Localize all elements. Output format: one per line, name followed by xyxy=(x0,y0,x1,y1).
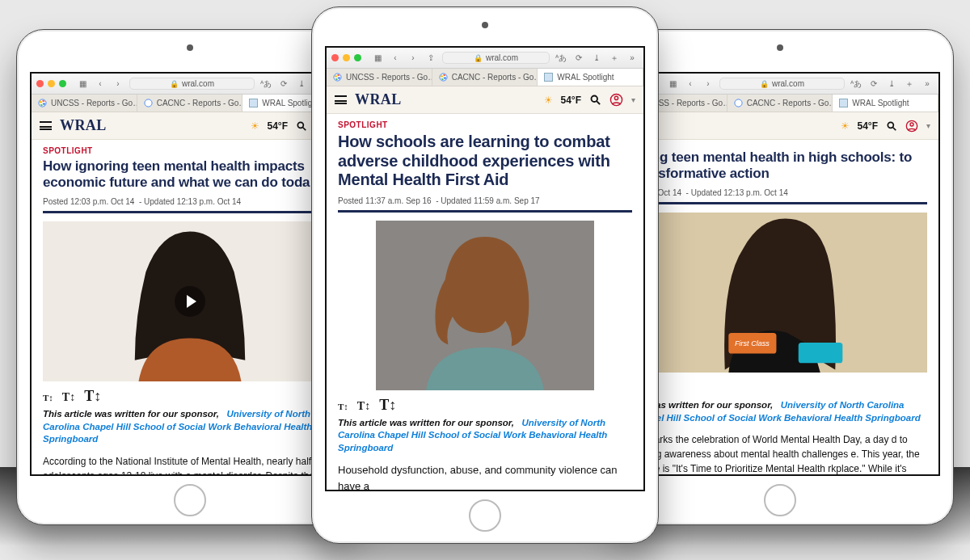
byline: 9 a.m. Oct 14 - Updated 12:13 p.m. Oct 1… xyxy=(633,188,927,197)
browser-toolbar: ▦ ‹ › 🔒 wral.com ᴬあ ⟳ ⤓ ＋ » xyxy=(32,74,348,95)
reload-icon[interactable]: ⟳ xyxy=(572,53,585,62)
new-tab-icon[interactable]: ＋ xyxy=(903,78,916,90)
minimize-icon[interactable] xyxy=(343,54,350,61)
camera-dot xyxy=(777,44,783,51)
download-icon[interactable]: ⤓ xyxy=(885,79,898,88)
forward-icon[interactable]: › xyxy=(112,79,124,88)
overflow-icon[interactable]: » xyxy=(921,79,934,88)
text-size-controls[interactable]: T↕ xyxy=(633,379,927,396)
text-size-large[interactable]: T↕ xyxy=(84,388,101,404)
sidebar-toggle-icon[interactable]: ▦ xyxy=(371,53,384,62)
hamburger-icon[interactable] xyxy=(335,95,347,104)
sun-icon: ☀ xyxy=(251,120,259,132)
address-bar[interactable]: 🔒 wral.com xyxy=(129,78,255,90)
chevron-down-icon[interactable]: ▾ xyxy=(926,121,930,130)
kicker: SPOTLIGHT xyxy=(338,120,632,129)
overflow-icon[interactable]: » xyxy=(626,53,639,62)
browser-tabs: UNCSS - Reports - Go… CACNC - Reports - … xyxy=(32,95,348,112)
browser-tab[interactable]: UNCSS - Reports - Go… xyxy=(327,69,432,86)
reload-icon[interactable]: ⟳ xyxy=(867,79,880,88)
svg-line-22 xyxy=(597,101,600,104)
hero-video[interactable] xyxy=(43,221,337,381)
browser-toolbar: ▦ ‹ › ⇪ 🔒 wral.com ᴬあ ⟳ ⤓ ＋ » xyxy=(327,48,643,69)
browser-tab[interactable]: UNCSS - Reports - Go… xyxy=(32,95,137,112)
temperature[interactable]: 54°F xyxy=(858,120,878,132)
tab-label: CACNC - Reports - Go… xyxy=(747,99,833,107)
lock-icon: 🔒 xyxy=(760,80,769,88)
close-icon[interactable] xyxy=(331,54,339,61)
back-icon[interactable]: ‹ xyxy=(389,53,402,62)
site-logo[interactable]: WRAL xyxy=(355,91,402,108)
sponsor-line: cle was written for our sponsor, Univers… xyxy=(633,399,927,424)
article-body: Household dysfunction, abuse, and commun… xyxy=(338,462,632,491)
url-host: wral.com xyxy=(182,79,214,88)
forward-icon[interactable]: › xyxy=(702,79,715,88)
close-icon[interactable] xyxy=(36,80,44,87)
download-icon[interactable]: ⤓ xyxy=(295,79,308,88)
hamburger-icon[interactable] xyxy=(40,121,52,130)
translate-icon[interactable]: ᴬあ xyxy=(555,53,567,64)
browser-toolbar: ▦ ‹ › 🔒 wral.com ᴬあ ⟳ ⤓ ＋ » xyxy=(622,74,938,95)
reload-icon[interactable]: ⟳ xyxy=(277,79,290,88)
article-body: 10 marks the celebration of World Mental… xyxy=(633,432,927,476)
google-icon xyxy=(734,99,743,107)
screen-center: ▦ ‹ › ⇪ 🔒 wral.com ᴬあ ⟳ ⤓ ＋ » UNCSS - Re… xyxy=(325,46,645,491)
text-size-controls[interactable]: T↕ T↕ T↕ xyxy=(43,388,337,405)
browser-tab[interactable]: WRAL Spotlight xyxy=(538,69,643,86)
browser-tab[interactable]: WRAL Spotlight xyxy=(833,95,938,112)
chevron-down-icon[interactable]: ▾ xyxy=(631,95,635,104)
browser-tab[interactable]: CACNC - Reports - Go… xyxy=(432,69,538,86)
browser-tab[interactable]: CACNC - Reports - Go… xyxy=(728,95,833,112)
address-bar[interactable]: 🔒 wral.com xyxy=(442,52,550,64)
sidebar-toggle-icon[interactable]: ▦ xyxy=(76,79,89,88)
address-bar[interactable]: 🔒 wral.com xyxy=(719,78,845,90)
byline: Posted 12:03 p.m. Oct 14 - Updated 12:13… xyxy=(43,197,337,206)
maximize-icon[interactable] xyxy=(59,80,66,87)
window-controls[interactable] xyxy=(36,80,66,87)
tab-label: UNCSS - Reports - Go… xyxy=(346,73,432,82)
minimize-icon[interactable] xyxy=(48,80,55,87)
home-button[interactable] xyxy=(469,499,501,532)
device-ipad-center: ▦ ‹ › ⇪ 🔒 wral.com ᴬあ ⟳ ⤓ ＋ » UNCSS - Re… xyxy=(311,6,659,544)
new-tab-icon[interactable]: ＋ xyxy=(608,53,621,64)
divider xyxy=(43,211,337,213)
svg-line-11 xyxy=(893,127,896,130)
hero-image: First Class xyxy=(633,213,927,373)
user-icon[interactable] xyxy=(609,93,623,107)
svg-point-1 xyxy=(145,99,152,107)
translate-icon[interactable]: ᴬあ xyxy=(850,78,862,90)
hero-image xyxy=(376,221,594,390)
window-controls[interactable] xyxy=(331,54,361,61)
home-button[interactable] xyxy=(174,484,206,516)
text-size-small[interactable]: T↕ xyxy=(43,393,53,402)
share-icon[interactable]: ⇪ xyxy=(424,53,437,62)
search-icon[interactable] xyxy=(886,120,897,132)
play-icon[interactable] xyxy=(175,286,205,317)
back-icon[interactable]: ‹ xyxy=(94,79,107,88)
home-button[interactable] xyxy=(764,484,796,516)
svg-point-21 xyxy=(592,96,598,103)
maximize-icon[interactable] xyxy=(354,54,361,61)
temperature[interactable]: 54°F xyxy=(561,95,581,106)
kicker: SPOTLIGHT xyxy=(43,146,337,155)
text-size-small[interactable]: T↕ xyxy=(338,402,348,411)
text-size-controls[interactable]: T↕ T↕ T↕ xyxy=(338,397,632,414)
search-icon[interactable] xyxy=(589,94,601,106)
updated-time: Updated 12:13 p.m. Oct 14 xyxy=(144,197,241,206)
browser-tab[interactable]: CACNC - Reports - Go… xyxy=(137,95,243,112)
download-icon[interactable]: ⤓ xyxy=(590,53,603,62)
user-icon[interactable] xyxy=(905,120,918,133)
back-icon[interactable]: ‹ xyxy=(684,79,697,88)
sidebar-toggle-icon[interactable]: ▦ xyxy=(666,79,679,88)
tab-label: CACNC - Reports - Go… xyxy=(452,73,538,82)
site-logo[interactable]: WRAL xyxy=(60,117,107,134)
search-icon[interactable] xyxy=(296,120,307,132)
text-size-large[interactable]: T↕ xyxy=(379,397,396,413)
temperature[interactable]: 54°F xyxy=(268,120,288,132)
divider xyxy=(338,210,632,213)
forward-icon[interactable]: › xyxy=(407,53,420,62)
text-size-med[interactable]: T↕ xyxy=(357,400,370,412)
site-header: WRAL ☀ 54°F ▾ xyxy=(327,86,643,114)
text-size-med[interactable]: T↕ xyxy=(62,391,75,403)
translate-icon[interactable]: ᴬあ xyxy=(259,78,272,90)
